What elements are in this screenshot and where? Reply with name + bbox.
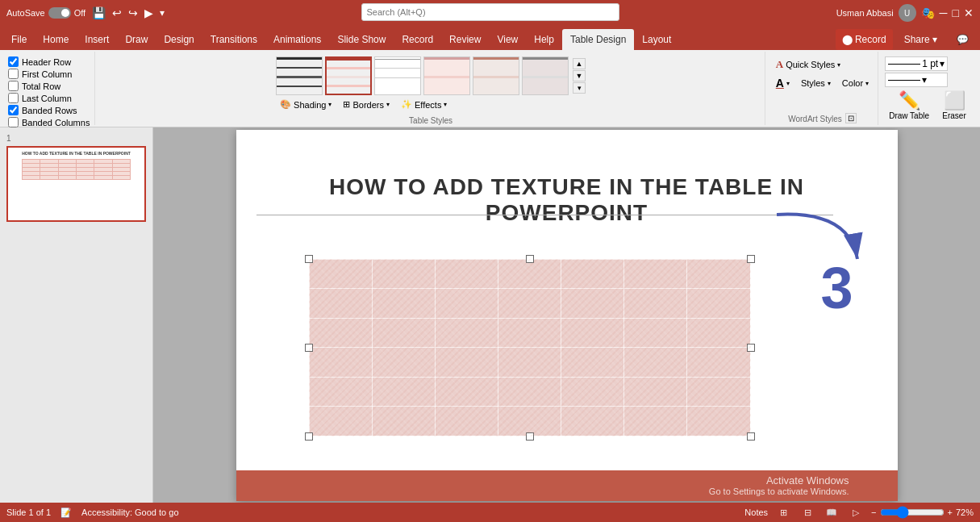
wordart-content: A Quick Styles ▾ A ▾ Styles ▾ Color ▾ bbox=[772, 53, 873, 113]
tab-insert[interactable]: Insert bbox=[77, 29, 117, 50]
shading-icon: 🎨 bbox=[280, 99, 291, 110]
autosave-toggle-switch[interactable] bbox=[48, 7, 71, 19]
tab-record-right[interactable]: ⬤ Record bbox=[836, 29, 893, 50]
tab-layout[interactable]: Layout bbox=[634, 29, 679, 50]
effects-button[interactable]: ✨ Effects ▾ bbox=[397, 98, 451, 111]
wordart-expand[interactable]: ⊡ bbox=[845, 113, 857, 123]
pen-style-selector[interactable]: ▾ bbox=[885, 73, 948, 87]
table-cell bbox=[687, 407, 750, 436]
wordart-label-row: WordArt Styles ⊡ bbox=[788, 113, 857, 123]
style-swatch-2[interactable] bbox=[325, 56, 372, 95]
style-swatch-4[interactable] bbox=[423, 56, 470, 95]
autosave-toggle[interactable]: AutoSave Off bbox=[6, 7, 85, 19]
tab-record[interactable]: Record bbox=[394, 29, 441, 50]
last-column-option: Last Column bbox=[8, 93, 90, 103]
shading-button[interactable]: 🎨 Shading ▾ bbox=[276, 98, 336, 111]
zoom-out-button[interactable]: − bbox=[871, 507, 876, 517]
first-column-checkbox[interactable] bbox=[8, 69, 19, 79]
header-row-checkbox[interactable] bbox=[8, 56, 19, 67]
borders-dropdown-arrow: ▾ bbox=[386, 101, 390, 108]
eraser-button[interactable]: ⬜ Eraser bbox=[936, 90, 972, 123]
handle-top-left[interactable] bbox=[305, 255, 313, 263]
style-swatch-5[interactable] bbox=[473, 56, 519, 95]
handle-bottom-right[interactable] bbox=[747, 432, 755, 441]
tab-design[interactable]: Design bbox=[156, 29, 202, 50]
tab-transitions[interactable]: Transitions bbox=[202, 29, 265, 50]
ribbon-icon[interactable]: 🎭 bbox=[921, 6, 935, 19]
swatches-container: ▲ ▼ ▾ bbox=[276, 56, 586, 95]
banded-columns-option: Banded Columns bbox=[8, 117, 90, 127]
thumb-inner: HOW TO ADD TEXTURE IN THE TABLE IN POWER… bbox=[8, 148, 144, 220]
gallery-scroll-expand[interactable]: ▾ bbox=[573, 82, 586, 94]
shading-label: Shading bbox=[294, 100, 326, 110]
slide-sorter-button[interactable]: ⊟ bbox=[799, 505, 816, 520]
reading-view-button[interactable]: 📖 bbox=[823, 505, 840, 520]
table-cell bbox=[687, 318, 750, 348]
borders-icon: ⊞ bbox=[343, 99, 350, 110]
tab-table-design[interactable]: Table Design bbox=[562, 29, 634, 50]
ribbon-tabs: File Home Insert Draw Design Transitions… bbox=[0, 26, 980, 50]
comments-icon[interactable]: 💬 bbox=[949, 29, 977, 50]
text-fill-arrow: ▾ bbox=[786, 80, 790, 87]
zoom-in-button[interactable]: + bbox=[948, 507, 953, 517]
tab-home[interactable]: Home bbox=[35, 29, 77, 50]
handle-bottom-center[interactable] bbox=[526, 432, 534, 441]
gallery-scroll-down[interactable]: ▼ bbox=[573, 70, 586, 81]
banded-rows-checkbox[interactable] bbox=[8, 105, 19, 115]
autosave-state: Off bbox=[74, 8, 85, 18]
pen-weight-selector[interactable]: 1 pt ▾ bbox=[885, 56, 948, 71]
save-icon[interactable]: 💾 bbox=[92, 6, 106, 19]
color-button[interactable]: Color ▾ bbox=[838, 75, 873, 91]
handle-middle-left[interactable] bbox=[305, 344, 313, 352]
status-bar: Slide 1 of 1 📝 Accessibility: Good to go… bbox=[0, 503, 980, 522]
draw-table-icon: ✏️ bbox=[899, 92, 920, 110]
gallery-scroll-up[interactable]: ▲ bbox=[573, 58, 586, 69]
zoom-slider-input[interactable] bbox=[880, 506, 945, 519]
banded-columns-checkbox[interactable] bbox=[8, 117, 19, 127]
table-cell bbox=[687, 377, 750, 407]
styles-button[interactable]: Styles ▾ bbox=[797, 75, 835, 91]
notes-icon[interactable]: 📝 bbox=[60, 507, 72, 518]
slide-thumbnail[interactable]: HOW TO ADD TEXTURE IN THE TABLE IN POWER… bbox=[6, 146, 146, 222]
tab-slideshow[interactable]: Slide Show bbox=[329, 29, 394, 50]
redo-icon[interactable]: ↪ bbox=[128, 6, 138, 19]
search-input[interactable] bbox=[361, 3, 619, 21]
presenter-view-button[interactable]: ▷ bbox=[847, 505, 865, 520]
total-row-checkbox[interactable] bbox=[8, 81, 19, 91]
minimize-icon[interactable]: ─ bbox=[940, 6, 948, 19]
table-row bbox=[309, 377, 750, 407]
tab-share[interactable]: Share ▾ bbox=[896, 29, 945, 50]
tab-help[interactable]: Help bbox=[526, 29, 562, 50]
style-swatch-6[interactable] bbox=[522, 56, 569, 95]
restore-icon[interactable]: □ bbox=[953, 6, 959, 19]
tab-view[interactable]: View bbox=[489, 29, 526, 50]
slide-table bbox=[309, 259, 751, 436]
table-cell bbox=[435, 407, 498, 436]
close-icon[interactable]: ✕ bbox=[964, 6, 974, 19]
tab-animations[interactable]: Animations bbox=[265, 29, 329, 50]
handle-top-center[interactable] bbox=[526, 255, 534, 263]
borders-button[interactable]: ⊞ Borders ▾ bbox=[339, 98, 394, 111]
quick-styles-button[interactable]: A Quick Styles ▾ bbox=[772, 56, 845, 73]
zoom-controls: − + 72% bbox=[871, 506, 974, 519]
notes-button[interactable]: Notes bbox=[744, 507, 768, 517]
text-fill-button[interactable]: A ▾ bbox=[772, 75, 794, 91]
style-swatch-3[interactable] bbox=[374, 56, 421, 95]
slide-table-container[interactable] bbox=[309, 259, 751, 436]
handle-top-right[interactable] bbox=[747, 255, 755, 263]
slide[interactable]: HOW TO ADD TEXTURE IN THE TABLE IN POWER… bbox=[236, 130, 898, 501]
undo-icon[interactable]: ↩ bbox=[112, 6, 122, 19]
tab-file[interactable]: File bbox=[3, 29, 35, 50]
normal-view-button[interactable]: ⊞ bbox=[774, 505, 792, 520]
handle-middle-right[interactable] bbox=[747, 344, 755, 352]
handle-bottom-left[interactable] bbox=[305, 432, 313, 441]
first-column-label: First Column bbox=[22, 69, 72, 79]
draw-table-button[interactable]: ✏️ Draw Table bbox=[885, 90, 933, 123]
style-swatch-1[interactable] bbox=[276, 56, 323, 95]
tab-review[interactable]: Review bbox=[441, 29, 489, 50]
present-icon[interactable]: ▶ bbox=[144, 6, 153, 19]
last-column-checkbox[interactable] bbox=[8, 93, 19, 103]
table-effects-row: 🎨 Shading ▾ ⊞ Borders ▾ ✨ Effects ▾ bbox=[276, 98, 451, 111]
effects-dropdown-arrow: ▾ bbox=[444, 101, 447, 108]
tab-draw[interactable]: Draw bbox=[117, 29, 156, 50]
